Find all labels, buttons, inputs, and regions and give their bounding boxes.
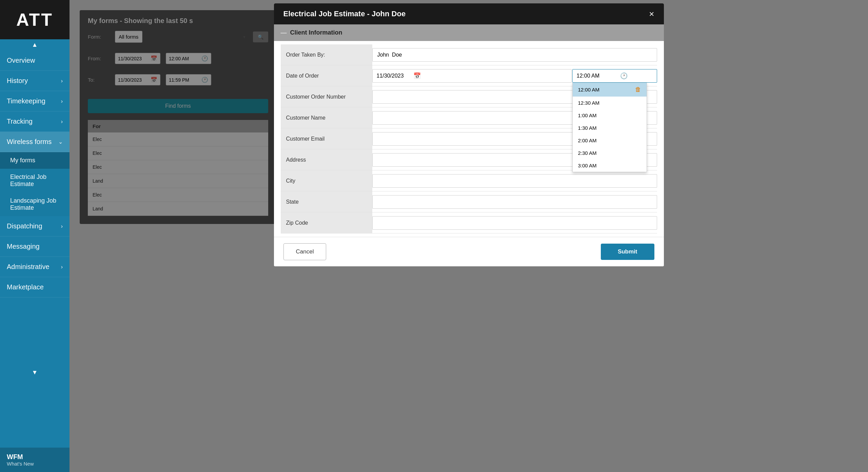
form-row-date-of-order: Date of Order 📅 <box>281 65 657 86</box>
chevron-down-icon: ⌄ <box>58 139 63 145</box>
sidebar-item-label: Overview <box>7 57 35 64</box>
time-option-label: 2:30 AM <box>578 150 597 156</box>
modal: Electrical Job Estimate - John Doe × — C… <box>274 3 664 266</box>
modal-title: Electrical Job Estimate - John Doe <box>283 9 406 18</box>
form-row-state: State <box>281 191 657 212</box>
time-option-130am[interactable]: 1:30 AM <box>573 122 647 134</box>
delete-time-icon[interactable]: 🗑 <box>635 86 641 93</box>
time-picker-wrapper: 🕐 12:00 AM 🗑 <box>572 69 657 83</box>
whats-new-label: What's New <box>7 461 63 467</box>
sidebar-item-label: Marketplace <box>7 283 44 291</box>
sidebar-item-history[interactable]: History › <box>0 71 70 91</box>
submit-button[interactable]: Submit <box>601 244 654 260</box>
field-label-city: City <box>281 170 372 191</box>
order-taken-by-input[interactable] <box>372 48 657 62</box>
form-row-order-taken-by: Order Taken By: <box>281 44 657 65</box>
field-label-state: State <box>281 191 372 212</box>
wfm-label: WFM <box>7 453 63 461</box>
time-option-1230am[interactable]: 12:30 AM <box>573 97 647 109</box>
chevron-right-icon: › <box>61 98 63 104</box>
section-collapse-icon[interactable]: — <box>281 29 287 36</box>
sidebar: ATT ▲ Overview History › Timekeeping › T… <box>0 0 70 472</box>
sidebar-item-messaging[interactable]: Messaging <box>0 237 70 257</box>
field-input-city <box>372 170 657 191</box>
modal-footer: Cancel Submit <box>274 237 664 266</box>
time-option-100am[interactable]: 1:00 AM <box>573 109 647 122</box>
sidebar-scroll-up[interactable]: ▲ <box>0 39 70 50</box>
date-picker-box[interactable]: 📅 <box>372 69 572 83</box>
time-option-200am[interactable]: 2:00 AM <box>573 134 647 147</box>
sidebar-bottom: WFM What's New <box>0 448 70 472</box>
time-dropdown: 12:00 AM 🗑 12:30 AM 1:00 AM <box>572 83 647 172</box>
modal-close-button[interactable]: × <box>649 9 654 18</box>
field-label-customer-name: Customer Name <box>281 107 372 128</box>
sidebar-item-tracking[interactable]: Tracking › <box>0 111 70 132</box>
time-option-230am[interactable]: 2:30 AM <box>573 147 647 159</box>
sidebar-item-label: Dispatching <box>7 222 42 230</box>
time-input-box[interactable]: 🕐 <box>572 69 657 83</box>
date-of-order-date-input[interactable] <box>377 73 411 79</box>
field-label-zip-code: Zip Code <box>281 212 372 233</box>
time-option-label: 2:00 AM <box>578 138 597 143</box>
chevron-right-icon: › <box>61 119 63 125</box>
sidebar-subitem-landscaping-job-estimate[interactable]: Landscaping Job Estimate <box>0 192 70 216</box>
section-header: — Client Information <box>274 24 664 41</box>
modal-overlay: Electrical Job Estimate - John Doe × — C… <box>70 0 868 472</box>
time-option-label: 3:00 AM <box>578 163 597 168</box>
app-logo: ATT <box>0 0 70 39</box>
time-option-label: 12:30 AM <box>578 100 599 106</box>
sidebar-item-label: Messaging <box>7 243 40 250</box>
sidebar-subitem-electrical-job-estimate[interactable]: Electrical Job Estimate <box>0 169 70 192</box>
chevron-right-icon: › <box>61 78 63 84</box>
chevron-right-icon: › <box>61 223 63 229</box>
form-row-city: City <box>281 170 657 191</box>
field-input-zip-code <box>372 212 657 233</box>
cancel-button[interactable]: Cancel <box>283 243 327 260</box>
zip-code-input[interactable] <box>372 216 657 230</box>
calendar-icon[interactable]: 📅 <box>413 72 421 80</box>
sidebar-item-overview[interactable]: Overview <box>0 50 70 71</box>
field-input-state <box>372 191 657 212</box>
field-label-address: Address <box>281 149 372 170</box>
state-input[interactable] <box>372 195 657 209</box>
sidebar-item-label: Administrative <box>7 263 50 271</box>
field-input-order-taken-by <box>372 44 657 65</box>
field-label-date-of-order: Date of Order <box>281 65 372 86</box>
sidebar-item-label: Tracking <box>7 118 33 125</box>
field-input-date-of-order: 📅 🕐 <box>372 65 657 86</box>
section-title: Client Information <box>290 29 342 36</box>
sidebar-item-wireless-forms[interactable]: Wireless forms ⌄ <box>0 132 70 152</box>
field-label-customer-email: Customer Email <box>281 128 372 149</box>
main-content: My forms - Showing the last 50 s Form: A… <box>70 0 868 472</box>
city-input[interactable] <box>372 174 657 188</box>
field-label-order-taken-by: Order Taken By: <box>281 44 372 65</box>
sidebar-item-administrative[interactable]: Administrative › <box>0 257 70 277</box>
time-of-order-input[interactable] <box>577 73 617 79</box>
time-option-300am[interactable]: 3:00 AM <box>573 159 647 172</box>
sidebar-item-label: History <box>7 77 28 85</box>
chevron-right-icon: › <box>61 264 63 270</box>
sidebar-scroll-down[interactable]: ▼ <box>0 367 70 378</box>
sidebar-item-label: Wireless forms <box>7 138 52 146</box>
clock-icon[interactable]: 🕐 <box>620 72 628 80</box>
time-option-label: 1:30 AM <box>578 125 597 131</box>
form-grid: Order Taken By: Date of Order <box>274 41 664 237</box>
time-option-label: 1:00 AM <box>578 112 597 118</box>
sidebar-item-timekeeping[interactable]: Timekeeping › <box>0 91 70 111</box>
sidebar-subitem-my-forms[interactable]: My forms <box>0 152 70 169</box>
modal-header: Electrical Job Estimate - John Doe × <box>274 3 664 24</box>
form-row-zip-code: Zip Code <box>281 212 657 233</box>
sidebar-item-dispatching[interactable]: Dispatching › <box>0 216 70 237</box>
time-option-1200am[interactable]: 12:00 AM 🗑 <box>573 83 647 97</box>
field-label-customer-order-number: Customer Order Number <box>281 86 372 107</box>
date-order-group: 📅 🕐 <box>372 69 657 83</box>
sidebar-submenu-wireless-forms: My forms Electrical Job Estimate Landsca… <box>0 152 70 216</box>
modal-body: — Client Information Order Taken By: <box>274 24 664 237</box>
time-option-label: 12:00 AM <box>578 87 599 93</box>
sidebar-item-label: Timekeeping <box>7 97 45 105</box>
sidebar-item-marketplace[interactable]: Marketplace <box>0 277 70 297</box>
